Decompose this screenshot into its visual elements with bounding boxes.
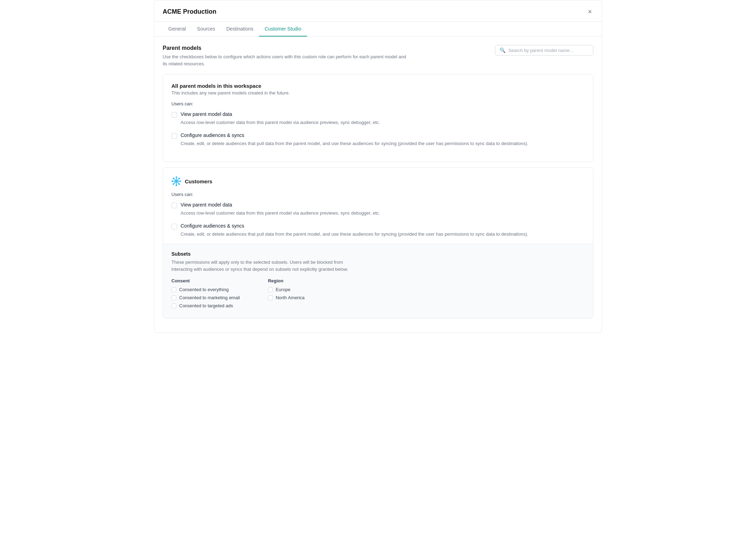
section-header: Parent models Use the checkboxes below t… [163,45,593,67]
close-button[interactable]: × [586,7,593,17]
modal-header: ACME Production × [154,0,602,22]
label-europe: Europe [276,287,291,292]
permission-item-view-all: View parent model data Access row-level … [171,111,585,126]
checkbox-consented-targeted-ads[interactable] [171,303,176,308]
checkbox-consented-everything[interactable] [171,287,176,292]
subset-item-north-america: North America [268,295,305,300]
subset-item-consented-marketing-email: Consented to marketing email [171,295,240,300]
tab-sources[interactable]: Sources [191,22,221,37]
permission-item-configure-customers: Configure audiences & syncs Create, edit… [171,223,585,238]
svg-point-6 [172,181,172,182]
subsets-columns: Consent Consented to everything Consente… [171,278,585,311]
svg-point-5 [176,185,177,186]
permission-label-view-customers: View parent model data [181,202,232,208]
subset-item-consented-everything: Consented to everything [171,287,240,292]
tab-destinations[interactable]: Destinations [221,22,259,37]
permission-desc-configure-all: Create, edit, or delete audiences that p… [171,140,585,147]
subsets-region-column: Region Europe North America [268,278,305,311]
permission-row-view-customers: View parent model data [171,202,585,208]
svg-point-8 [173,178,174,179]
checkbox-europe[interactable] [268,287,273,292]
customers-users-can: Users can: [171,192,585,197]
customers-model-header: Customers [171,176,585,186]
tab-general[interactable]: General [163,22,191,37]
checkbox-north-america[interactable] [268,295,273,300]
checkbox-consented-marketing-email[interactable] [171,295,176,300]
subsets-title: Subsets [171,251,585,257]
subsets-description: These permissions will apply only to the… [171,259,585,273]
checkbox-configure-audiences-syncs-all[interactable] [171,133,177,139]
checkbox-view-parent-model-data-all[interactable] [171,112,177,118]
search-icon: 🔍 [500,47,506,53]
subset-item-europe: Europe [268,287,305,292]
permission-desc-view-all: Access row-level customer data from this… [171,119,585,126]
all-models-card-subtitle: This includes any new parent models crea… [171,90,585,96]
modal-body: Parent models Use the checkboxes below t… [154,37,602,333]
consent-column-title: Consent [171,278,240,283]
permission-row-configure-customers: Configure audiences & syncs [171,223,585,229]
checkbox-view-parent-model-data-customers[interactable] [171,203,177,208]
section-description: Use the checkboxes below to configure wh… [163,53,409,67]
section-text: Parent models Use the checkboxes below t… [163,45,409,67]
customers-model-name: Customers [185,178,212,184]
permission-label-configure-customers: Configure audiences & syncs [181,223,244,229]
all-models-users-can: Users can: [171,101,585,106]
tab-bar: General Sources Destinations Customer St… [154,22,602,37]
search-input[interactable] [508,48,589,53]
label-north-america: North America [276,295,305,300]
modal: ACME Production × General Sources Destin… [154,0,602,333]
search-box: 🔍 [495,45,593,55]
svg-point-11 [173,184,174,184]
permission-label-configure-all: Configure audiences & syncs [181,132,244,138]
permission-item-configure-all: Configure audiences & syncs Create, edit… [171,132,585,147]
permission-item-view-customers: View parent model data Access row-level … [171,202,585,217]
svg-point-10 [179,178,180,179]
label-consented-everything: Consented to everything [179,287,229,292]
all-models-card-title: All parent models in this workspace [171,83,585,89]
svg-point-7 [180,181,181,182]
all-parent-models-card: All parent models in this workspace This… [163,74,593,162]
modal-title: ACME Production [163,8,216,20]
label-consented-targeted-ads: Consented to targeted ads [179,303,233,308]
svg-point-4 [176,177,177,177]
section-title: Parent models [163,45,409,51]
permission-desc-configure-customers: Create, edit, or delete audiences that p… [171,231,585,238]
snowflake-icon [171,176,181,186]
subsets-section: Subsets These permissions will apply onl… [163,244,593,318]
tab-customer-studio[interactable]: Customer Studio [259,22,307,37]
subsets-consent-column: Consent Consented to everything Consente… [171,278,240,311]
permission-label-view-all: View parent model data [181,111,232,117]
customers-card: Customers Users can: View parent model d… [163,168,593,319]
subset-item-consented-targeted-ads: Consented to targeted ads [171,303,240,308]
permission-desc-view-customers: Access row-level customer data from this… [171,210,585,217]
checkbox-configure-audiences-syncs-customers[interactable] [171,224,177,229]
permission-row-configure-all: Configure audiences & syncs [171,132,585,139]
label-consented-marketing-email: Consented to marketing email [179,295,240,300]
svg-point-9 [179,184,180,184]
region-column-title: Region [268,278,305,283]
permission-row-view-all: View parent model data [171,111,585,118]
